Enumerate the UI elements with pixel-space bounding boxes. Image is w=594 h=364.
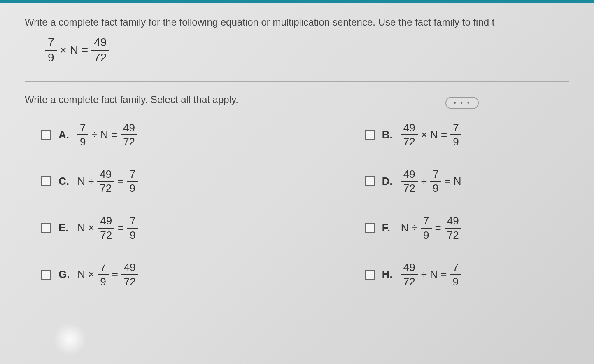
equation-a: 7 9 ÷ N = 49 72 [77,122,137,148]
prefix: N × [77,268,94,281]
fraction: 7 9 [77,122,88,148]
main-equation: 7 9 × N = 49 72 [45,36,569,64]
section-divider [25,81,569,82]
prefix: N ÷ [77,175,94,188]
operator: ÷ [421,175,427,188]
checkbox-d[interactable] [365,176,375,186]
fraction-49-72: 49 72 [91,36,109,64]
option-letter: B. [382,128,394,141]
operator: = [118,222,124,234]
operator: = [117,175,123,188]
main-instruction: Write a complete fact family for the fol… [25,16,569,28]
option-letter: F. [382,222,394,234]
option-letter: G. [58,268,70,281]
equation-f: N ÷ 7 9 = 49 72 [401,215,461,241]
equation-operator: × N = [60,44,88,57]
checkbox-g[interactable] [41,270,51,280]
equation-g: N × 7 9 = 49 72 [77,261,138,287]
option-letter: A. [58,128,70,141]
fraction: 7 9 [450,261,461,287]
option-letter: C. [58,175,70,188]
top-border [0,0,594,3]
fraction: 49 72 [121,261,138,287]
fraction-7-9: 7 9 [45,36,57,64]
prefix: N × [77,222,94,234]
options-container: A. 7 9 ÷ N = 49 72 C. N ÷ 49 72 [41,122,569,288]
more-options-button[interactable]: • • • [445,97,479,109]
right-column: B. 49 72 × N = 7 9 D. 49 72 [365,122,461,288]
fraction: 7 9 [430,168,441,194]
fraction: 7 9 [421,215,431,241]
option-d: D. 49 72 ÷ 7 9 = N [365,168,461,194]
checkbox-f[interactable] [365,223,375,233]
fraction: 7 9 [450,122,461,148]
fraction: 49 72 [98,215,114,241]
fraction: 49 72 [401,261,418,287]
equation-b: 49 72 × N = 7 9 [401,122,461,148]
fraction: 7 9 [127,168,137,194]
operator: ÷ N = [91,128,117,141]
option-letter: D. [382,175,394,188]
option-h: H. 49 72 ÷ N = 7 9 [365,261,461,287]
checkbox-h[interactable] [365,270,375,280]
option-e: E. N × 49 72 = 7 9 [41,215,138,241]
checkbox-c[interactable] [41,176,51,186]
option-c: C. N ÷ 49 72 = 7 9 [41,168,138,194]
fraction: 7 9 [98,261,108,287]
suffix: = N [444,175,461,188]
operator: = [112,268,118,281]
option-letter: H. [382,268,394,281]
left-column: A. 7 9 ÷ N = 49 72 C. N ÷ 49 72 [41,122,138,288]
fraction: 7 9 [127,215,138,241]
fraction: 49 72 [121,122,137,148]
option-a: A. 7 9 ÷ N = 49 72 [41,122,138,148]
checkbox-e[interactable] [41,223,51,233]
checkbox-a[interactable] [41,130,51,140]
checkbox-b[interactable] [365,130,375,140]
operator: × N = [421,128,447,141]
sub-instruction: Write a complete fact family. Select all… [25,94,569,105]
operator: = [435,222,441,234]
fraction: 49 72 [445,215,461,241]
option-f: F. N ÷ 7 9 = 49 72 [365,215,461,241]
option-b: B. 49 72 × N = 7 9 [365,122,461,148]
equation-h: 49 72 ÷ N = 7 9 [401,261,461,287]
option-letter: E. [58,222,70,234]
equation-c: N ÷ 49 72 = 7 9 [77,168,138,194]
option-g: G. N × 7 9 = 49 72 [41,261,138,287]
fraction: 49 72 [401,122,418,148]
cursor-glow [54,323,86,356]
operator: ÷ N = [421,268,447,281]
equation-d: 49 72 ÷ 7 9 = N [401,168,461,194]
equation-e: N × 49 72 = 7 9 [77,215,138,241]
prefix: N ÷ [401,222,417,234]
fraction: 49 72 [401,168,418,194]
fraction: 49 72 [97,168,114,194]
